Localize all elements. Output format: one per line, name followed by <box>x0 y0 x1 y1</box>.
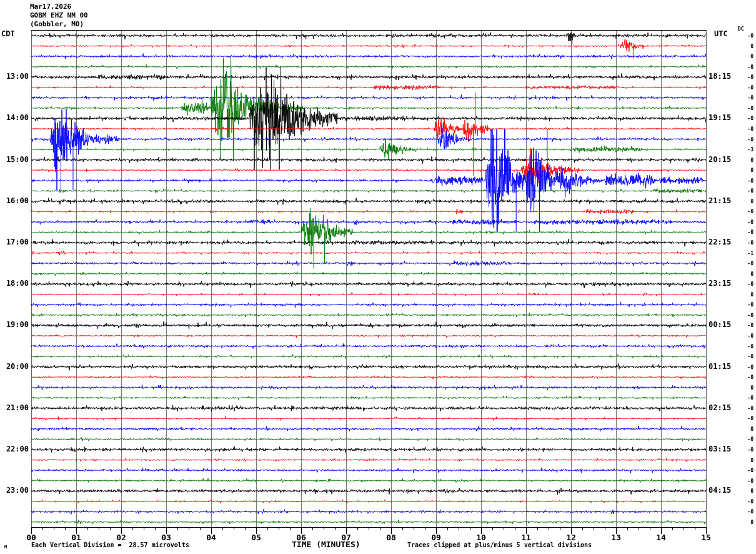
right-timezone-label: UTC <box>714 29 728 38</box>
dc-offset-value: -0 <box>741 313 754 318</box>
dc-offset-value: -0 <box>741 240 754 246</box>
dc-offset-value: -0 <box>741 499 754 505</box>
right-time-label: 22:15 <box>709 238 731 246</box>
dc-offset-value: -0 <box>741 395 754 401</box>
dc-offset-value: -0 <box>741 333 754 339</box>
scale-annotation: Each Vertical Division = 28.57 microvolt… <box>31 541 189 548</box>
dc-offset-value: -0 <box>741 436 754 442</box>
dc-offset-value: 0 <box>741 458 754 463</box>
right-time-label: 03:15 <box>709 445 731 453</box>
left-time-label: 22:00 <box>0 445 29 453</box>
helicorder-canvas <box>0 0 756 554</box>
dc-offset-value: 0 <box>741 199 754 204</box>
right-time-label: 02:15 <box>709 403 731 412</box>
left-time-label: 13:00 <box>0 72 29 81</box>
dc-offset-value: -0 <box>741 229 754 235</box>
dc-offset-value: -1 <box>741 251 754 256</box>
dc-offset-value: -0 <box>741 323 754 328</box>
dc-offset-value: -0 <box>741 478 754 484</box>
right-time-label: 01:15 <box>709 362 731 371</box>
minute-tick-label: 09 <box>426 533 446 542</box>
minute-tick-label: 03 <box>156 533 176 542</box>
dc-offset-value: -0 <box>741 468 754 473</box>
dc-offset-value: -0 <box>741 33 754 39</box>
right-time-label: 18:15 <box>709 72 731 81</box>
dc-offset-value: 0 <box>741 488 754 494</box>
webicorder-page: Mar17,2026 GOBM EHZ NM 00 (Gobbler, MO) … <box>0 0 756 554</box>
dc-offset-value: -0 <box>741 354 754 360</box>
dc-column-header: DC <box>738 26 744 32</box>
minute-tick-label: 00 <box>21 533 41 542</box>
dc-offset-value: 0 <box>741 271 754 277</box>
right-time-label: 20:15 <box>709 155 731 164</box>
dc-offset-value: -0 <box>741 281 754 287</box>
minute-tick-label: 12 <box>561 533 581 542</box>
dc-offset-value: -0 <box>741 219 754 225</box>
dc-offset-value: -0 <box>741 447 754 453</box>
title-location: (Gobbler, MO) <box>30 20 84 29</box>
xaxis-title: TIME (MINUTES) <box>292 540 361 549</box>
right-time-label: 04:15 <box>709 486 731 495</box>
right-time-label: 23:15 <box>709 279 731 288</box>
dc-offset-value: 0 <box>741 44 754 49</box>
dc-offset-value: 0 <box>741 292 754 298</box>
dc-offset-value: 0 <box>741 426 754 432</box>
dc-offset-value: -0 <box>741 188 754 194</box>
right-time-label: 00:15 <box>709 320 731 329</box>
dc-offset-value: -0 <box>741 302 754 308</box>
dc-offset-value: 0 <box>741 168 754 173</box>
dc-offset-value: -0 <box>741 64 754 70</box>
left-time-label: 14:00 <box>0 113 29 122</box>
dc-offset-value: 0 <box>741 520 754 525</box>
dc-offset-value: -0 <box>741 178 754 184</box>
dc-offset-value: -0 <box>741 95 754 101</box>
dc-offset-value: -3 <box>741 147 754 153</box>
title-date: Mar17,2026 <box>30 3 71 11</box>
dc-offset-value: -0 <box>741 116 754 121</box>
dc-offset-value: -0 <box>741 406 754 411</box>
minute-tick-label: 04 <box>201 533 221 542</box>
left-time-label: 15:00 <box>0 155 29 164</box>
minute-tick-label: 14 <box>651 533 671 542</box>
dc-offset-value: -0 <box>741 106 754 111</box>
dc-offset-value: -0 <box>741 85 754 91</box>
minute-tick-label: 08 <box>381 533 401 542</box>
dc-offset-value: -0 <box>741 344 754 350</box>
left-time-label: 16:00 <box>0 196 29 205</box>
dc-offset-value: -0 <box>741 137 754 143</box>
dc-offset-value: 0 <box>741 54 754 59</box>
minute-tick-label: 02 <box>111 533 131 542</box>
minute-tick-label: 05 <box>246 533 266 542</box>
dc-offset-value: -0 <box>741 416 754 421</box>
title-station: GOBM EHZ NM 00 <box>30 11 88 20</box>
clip-annotation: Traces clipped at plus/minus 5 vertical … <box>407 541 592 548</box>
dc-offset-value: -0 <box>741 74 754 80</box>
minute-tick-label: 13 <box>606 533 626 542</box>
dc-offset-value: -0 <box>741 126 754 132</box>
right-time-label: 21:15 <box>709 196 731 205</box>
dc-offset-value: 0 <box>741 385 754 391</box>
left-time-label: 19:00 <box>0 320 29 329</box>
left-time-label: 18:00 <box>0 279 29 288</box>
minute-tick-label: 01 <box>66 533 86 542</box>
dc-offset-value: -0 <box>741 365 754 370</box>
dc-offset-value: -0 <box>741 209 754 214</box>
dc-offset-value: -0 <box>741 509 754 515</box>
left-time-label: 20:00 <box>0 362 29 371</box>
left-time-label: 17:00 <box>0 238 29 246</box>
dc-offset-value: 0 <box>741 158 754 163</box>
left-time-label: 21:00 <box>0 403 29 412</box>
minute-tick-label: 10 <box>471 533 491 542</box>
magnification-mark: M <box>4 545 7 550</box>
minute-tick-label: 15 <box>696 533 716 542</box>
right-time-label: 19:15 <box>709 113 731 122</box>
left-timezone-label: CDT <box>1 29 15 38</box>
dc-offset-value: -0 <box>741 261 754 266</box>
left-time-label: 23:00 <box>0 486 29 495</box>
dc-offset-value: -0 <box>741 375 754 380</box>
minute-tick-label: 11 <box>516 533 536 542</box>
